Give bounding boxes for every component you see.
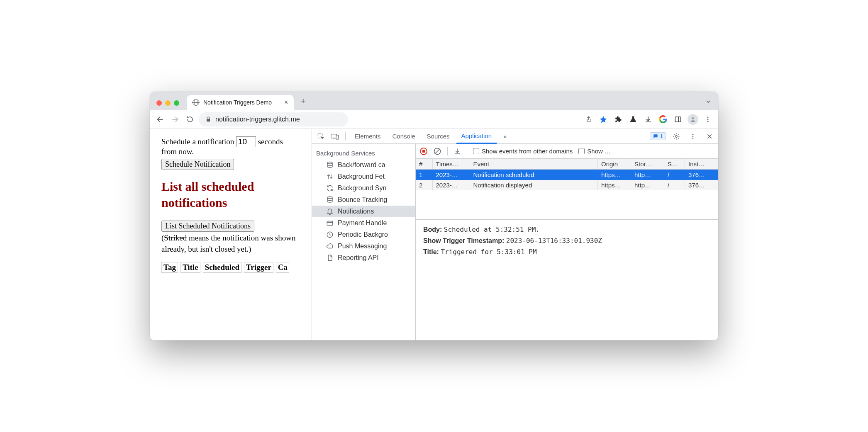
sidebar-item-label: Notifications	[338, 208, 374, 215]
svg-point-16	[692, 138, 694, 139]
col-header[interactable]: S…	[664, 159, 685, 170]
menu-button[interactable]	[702, 113, 714, 126]
table-row[interactable]: 12023-…Notification scheduledhttps…http……	[416, 170, 718, 180]
show-other-domains-checkbox[interactable]: Show events from other domains	[473, 148, 573, 155]
svg-point-13	[675, 135, 678, 137]
side-panel-icon[interactable]	[672, 113, 684, 126]
close-tab-button[interactable]: ×	[284, 99, 288, 106]
hint-striked: Striked	[164, 233, 187, 242]
table-cell: Notification displayed	[470, 180, 598, 190]
table-cell: 376…	[685, 170, 718, 180]
seconds-input[interactable]	[236, 136, 256, 147]
sidebar-item-label: Periodic Backgro	[338, 231, 388, 238]
browser-tab[interactable]: Notification Triggers Demo ×	[187, 95, 294, 110]
event-details: Body: Scheduled at 5:32:51 PM. Show Trig…	[416, 220, 718, 265]
close-window-button[interactable]	[156, 100, 162, 106]
th-title: Title	[180, 262, 200, 273]
table-row[interactable]: 22023-…Notification displayedhttps…http……	[416, 180, 718, 190]
bookmark-star-icon[interactable]	[597, 113, 610, 126]
issues-count: 1	[660, 133, 663, 139]
settings-gear-icon[interactable]	[670, 130, 683, 143]
sidebar-item-push-messaging[interactable]: Push Messaging	[312, 240, 415, 252]
devtools-close-icon[interactable]	[703, 130, 716, 143]
table-cell: https…	[598, 180, 631, 190]
browser-toolbar: notification-triggers.glitch.me	[150, 110, 718, 129]
th-tag: Tag	[161, 262, 178, 273]
tabs-overflow[interactable]: »	[498, 129, 512, 144]
tabs-dropdown-button[interactable]	[705, 98, 712, 105]
tab-strip: Notification Triggers Demo × +	[150, 92, 718, 110]
col-header[interactable]: #	[416, 159, 432, 170]
list-heading: List all scheduled notifications	[161, 178, 300, 211]
sidebar-item-periodic-backgro[interactable]: Periodic Backgro	[312, 229, 415, 240]
col-header[interactable]: Event	[470, 159, 598, 170]
record-button[interactable]	[420, 148, 427, 155]
maximize-window-button[interactable]	[174, 100, 179, 106]
table-cell: http…	[631, 170, 664, 180]
labs-flask-icon[interactable]	[627, 113, 639, 126]
sidebar-item-notifications[interactable]: Notifications	[312, 206, 415, 217]
device-toggle-icon[interactable]	[329, 130, 341, 143]
svg-point-5	[692, 117, 694, 119]
col-header[interactable]: Times…	[432, 159, 470, 170]
svg-point-14	[692, 134, 694, 135]
minimize-window-button[interactable]	[165, 100, 171, 106]
tab-console[interactable]: Console	[388, 129, 420, 144]
share-icon[interactable]	[582, 113, 595, 126]
schedule-notification-button[interactable]: Schedule Notification	[161, 159, 234, 170]
col-header[interactable]: Inst…	[685, 159, 718, 170]
th-trigger: Trigger	[244, 262, 273, 273]
schedule-label-a: Schedule a notification	[161, 137, 236, 146]
downloads-icon[interactable]	[642, 113, 654, 126]
sidebar-item-bounce-tracking[interactable]: Bounce Tracking	[312, 194, 415, 206]
svg-line-25	[435, 149, 439, 153]
globe-icon	[193, 99, 199, 106]
address-bar[interactable]: notification-triggers.glitch.me	[199, 112, 348, 126]
table-cell: /	[664, 170, 685, 180]
show-more-checkbox[interactable]: Show …	[578, 148, 611, 155]
reload-button[interactable]	[184, 113, 196, 126]
devtools-sidebar: Background Services Back/forward caBackg…	[312, 144, 416, 340]
body-label: Body:	[423, 226, 442, 233]
checkbox-label-2: Show …	[587, 148, 611, 155]
sidebar-item-reporting-api[interactable]: Reporting API	[312, 252, 415, 264]
sidebar-item-label: Reporting API	[338, 254, 379, 262]
tab-elements[interactable]: Elements	[350, 129, 386, 144]
back-button[interactable]	[154, 113, 166, 126]
save-icon[interactable]	[454, 148, 461, 155]
sidebar-item-payment-handle[interactable]: Payment Handle	[312, 217, 415, 229]
table-cell: http…	[631, 180, 664, 190]
hint-text: (Striked means the notification was show…	[161, 233, 300, 255]
list-notifications-button[interactable]: List Scheduled Notifications	[161, 221, 254, 232]
new-tab-button[interactable]: +	[294, 96, 312, 110]
chat-icon	[653, 133, 658, 139]
tab-sources[interactable]: Sources	[422, 129, 455, 144]
col-header[interactable]: Stor…	[631, 159, 664, 170]
devtools-menu-icon[interactable]	[687, 130, 699, 143]
window-controls	[155, 100, 183, 110]
lock-icon	[205, 116, 211, 122]
sidebar-item-background-fet[interactable]: Background Fet	[312, 171, 415, 182]
google-icon[interactable]	[657, 113, 669, 126]
svg-rect-21	[327, 221, 333, 226]
events-toolbar: Show events from other domains Show …	[416, 144, 718, 159]
sidebar-item-background-syn[interactable]: Background Syn	[312, 182, 415, 194]
inspect-element-icon[interactable]	[315, 130, 327, 143]
svg-point-7	[707, 119, 709, 120]
profile-avatar[interactable]	[687, 113, 699, 126]
sidebar-item-label: Background Syn	[338, 184, 386, 192]
forward-button[interactable]	[169, 113, 181, 126]
title-value: Triggered for 5:33:01 PM	[441, 248, 536, 256]
extensions-icon[interactable]	[612, 113, 624, 126]
svg-point-6	[707, 116, 709, 118]
tab-application[interactable]: Application	[456, 129, 497, 144]
svg-point-15	[692, 136, 694, 137]
clear-icon[interactable]	[433, 147, 441, 155]
title-label: Title:	[423, 248, 439, 255]
svg-point-20	[327, 197, 332, 199]
issues-badge[interactable]: 1	[650, 132, 666, 140]
table-cell: 2	[416, 180, 432, 190]
col-header[interactable]: Origin	[598, 159, 631, 170]
sidebar-item-label: Background Fet	[338, 173, 385, 180]
sidebar-item-back-forward-ca[interactable]: Back/forward ca	[312, 159, 415, 171]
